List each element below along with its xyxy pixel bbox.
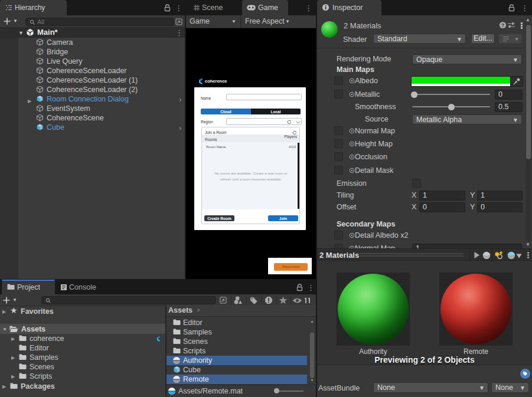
svg-text:?: ? — [501, 22, 505, 28]
